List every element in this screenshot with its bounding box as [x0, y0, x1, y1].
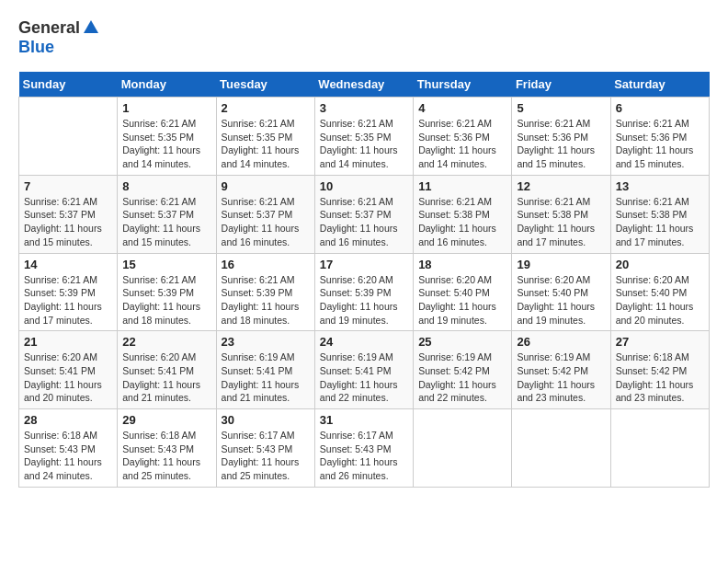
day-number: 19: [517, 258, 605, 271]
calendar-cell: 28Sunrise: 6:18 AM Sunset: 5:43 PM Dayli…: [19, 409, 118, 488]
day-info: Sunrise: 6:20 AM Sunset: 5:40 PM Dayligh…: [616, 273, 704, 327]
day-info: Sunrise: 6:20 AM Sunset: 5:39 PM Dayligh…: [320, 273, 408, 327]
day-number: 9: [222, 179, 310, 193]
logo-general: General: [18, 18, 80, 38]
day-of-week-header: Tuesday: [216, 72, 314, 98]
day-number: 12: [517, 179, 605, 193]
day-info: Sunrise: 6:21 AM Sunset: 5:36 PM Dayligh…: [517, 117, 605, 171]
calendar-cell: 30Sunrise: 6:17 AM Sunset: 5:43 PM Dayli…: [216, 409, 314, 488]
day-of-week-header: Wednesday: [314, 72, 413, 98]
calendar-cell: 10Sunrise: 6:21 AM Sunset: 5:37 PM Dayli…: [314, 175, 413, 253]
day-info: Sunrise: 6:20 AM Sunset: 5:40 PM Dayligh…: [517, 273, 605, 327]
day-info: Sunrise: 6:21 AM Sunset: 5:37 PM Dayligh…: [24, 195, 112, 249]
day-number: 5: [517, 101, 605, 115]
calendar-cell: 31Sunrise: 6:17 AM Sunset: 5:43 PM Dayli…: [314, 409, 413, 488]
day-info: Sunrise: 6:21 AM Sunset: 5:39 PM Dayligh…: [222, 273, 310, 327]
calendar-table: SundayMondayTuesdayWednesdayThursdayFrid…: [18, 72, 710, 488]
day-info: Sunrise: 6:18 AM Sunset: 5:43 PM Dayligh…: [122, 429, 210, 483]
day-number: 11: [418, 179, 506, 193]
day-number: 15: [122, 258, 210, 271]
day-number: 21: [24, 335, 112, 349]
calendar-cell: 11Sunrise: 6:21 AM Sunset: 5:38 PM Dayli…: [414, 175, 512, 253]
svg-marker-0: [84, 20, 98, 33]
calendar-cell: 8Sunrise: 6:21 AM Sunset: 5:37 PM Daylig…: [118, 175, 216, 253]
day-info: Sunrise: 6:21 AM Sunset: 5:35 PM Dayligh…: [222, 117, 310, 171]
calendar-cell: 19Sunrise: 6:20 AM Sunset: 5:40 PM Dayli…: [512, 253, 610, 331]
day-info: Sunrise: 6:19 AM Sunset: 5:41 PM Dayligh…: [320, 350, 408, 405]
calendar-cell: 22Sunrise: 6:20 AM Sunset: 5:41 PM Dayli…: [118, 331, 216, 409]
calendar-cell: 16Sunrise: 6:21 AM Sunset: 5:39 PM Dayli…: [216, 253, 314, 331]
page-header: General Blue: [18, 18, 710, 57]
calendar-week-row: 28Sunrise: 6:18 AM Sunset: 5:43 PM Dayli…: [19, 409, 710, 488]
day-info: Sunrise: 6:21 AM Sunset: 5:36 PM Dayligh…: [616, 117, 704, 171]
calendar-cell: 12Sunrise: 6:21 AM Sunset: 5:38 PM Dayli…: [512, 175, 610, 253]
day-number: 17: [320, 258, 408, 271]
day-info: Sunrise: 6:21 AM Sunset: 5:37 PM Dayligh…: [122, 195, 210, 249]
calendar-cell: [414, 409, 512, 488]
calendar-cell: 27Sunrise: 6:18 AM Sunset: 5:42 PM Dayli…: [610, 331, 709, 409]
day-info: Sunrise: 6:21 AM Sunset: 5:36 PM Dayligh…: [418, 117, 506, 171]
logo-triangle-icon: [82, 18, 100, 37]
day-number: 26: [517, 335, 605, 349]
calendar-cell: 14Sunrise: 6:21 AM Sunset: 5:39 PM Dayli…: [19, 253, 118, 331]
day-info: Sunrise: 6:21 AM Sunset: 5:38 PM Dayligh…: [418, 195, 506, 249]
calendar-cell: [19, 98, 118, 176]
calendar-cell: 5Sunrise: 6:21 AM Sunset: 5:36 PM Daylig…: [512, 98, 610, 176]
calendar-cell: 23Sunrise: 6:19 AM Sunset: 5:41 PM Dayli…: [216, 331, 314, 409]
calendar-week-row: 14Sunrise: 6:21 AM Sunset: 5:39 PM Dayli…: [19, 253, 710, 331]
day-number: 24: [320, 335, 408, 349]
day-info: Sunrise: 6:18 AM Sunset: 5:43 PM Dayligh…: [24, 429, 112, 483]
day-info: Sunrise: 6:20 AM Sunset: 5:41 PM Dayligh…: [24, 350, 112, 405]
calendar-cell: 1Sunrise: 6:21 AM Sunset: 5:35 PM Daylig…: [118, 98, 216, 176]
calendar-week-row: 21Sunrise: 6:20 AM Sunset: 5:41 PM Dayli…: [19, 331, 710, 409]
calendar-cell: 17Sunrise: 6:20 AM Sunset: 5:39 PM Dayli…: [314, 253, 413, 331]
calendar-cell: 7Sunrise: 6:21 AM Sunset: 5:37 PM Daylig…: [19, 175, 118, 253]
day-number: 31: [320, 413, 408, 427]
day-of-week-header: Monday: [118, 72, 216, 98]
calendar-cell: 15Sunrise: 6:21 AM Sunset: 5:39 PM Dayli…: [118, 253, 216, 331]
day-info: Sunrise: 6:21 AM Sunset: 5:37 PM Dayligh…: [222, 195, 310, 249]
day-number: 29: [122, 413, 210, 427]
calendar-cell: 24Sunrise: 6:19 AM Sunset: 5:41 PM Dayli…: [314, 331, 413, 409]
logo-blue: Blue: [18, 38, 54, 56]
day-number: 3: [320, 101, 408, 115]
day-info: Sunrise: 6:19 AM Sunset: 5:42 PM Dayligh…: [517, 350, 605, 405]
day-number: 30: [222, 413, 310, 427]
day-number: 18: [418, 258, 506, 271]
day-info: Sunrise: 6:20 AM Sunset: 5:40 PM Dayligh…: [418, 273, 506, 327]
day-number: 23: [222, 335, 310, 349]
calendar-cell: [512, 409, 610, 488]
day-number: 16: [222, 258, 310, 271]
day-number: 4: [418, 101, 506, 115]
calendar-cell: 3Sunrise: 6:21 AM Sunset: 5:35 PM Daylig…: [314, 98, 413, 176]
calendar-week-row: 1Sunrise: 6:21 AM Sunset: 5:35 PM Daylig…: [19, 98, 710, 176]
calendar-week-row: 7Sunrise: 6:21 AM Sunset: 5:37 PM Daylig…: [19, 175, 710, 253]
day-info: Sunrise: 6:21 AM Sunset: 5:38 PM Dayligh…: [616, 195, 704, 249]
day-number: 20: [616, 258, 704, 271]
day-number: 2: [222, 101, 310, 115]
day-number: 27: [616, 335, 704, 349]
calendar-cell: 21Sunrise: 6:20 AM Sunset: 5:41 PM Dayli…: [19, 331, 118, 409]
day-info: Sunrise: 6:21 AM Sunset: 5:35 PM Dayligh…: [122, 117, 210, 171]
day-info: Sunrise: 6:20 AM Sunset: 5:41 PM Dayligh…: [122, 350, 210, 405]
calendar-cell: 13Sunrise: 6:21 AM Sunset: 5:38 PM Dayli…: [610, 175, 709, 253]
calendar-cell: [610, 409, 709, 488]
day-of-week-header: Friday: [512, 72, 610, 98]
calendar-cell: 26Sunrise: 6:19 AM Sunset: 5:42 PM Dayli…: [512, 331, 610, 409]
day-info: Sunrise: 6:17 AM Sunset: 5:43 PM Dayligh…: [320, 429, 408, 483]
calendar-cell: 6Sunrise: 6:21 AM Sunset: 5:36 PM Daylig…: [610, 98, 709, 176]
day-number: 14: [24, 258, 112, 271]
calendar-cell: 25Sunrise: 6:19 AM Sunset: 5:42 PM Dayli…: [414, 331, 512, 409]
day-number: 25: [418, 335, 506, 349]
day-number: 10: [320, 179, 408, 193]
day-info: Sunrise: 6:21 AM Sunset: 5:39 PM Dayligh…: [24, 273, 112, 327]
calendar-cell: 18Sunrise: 6:20 AM Sunset: 5:40 PM Dayli…: [414, 253, 512, 331]
day-number: 8: [122, 179, 210, 193]
day-number: 28: [24, 413, 112, 427]
calendar-body: 1Sunrise: 6:21 AM Sunset: 5:35 PM Daylig…: [19, 98, 710, 488]
day-info: Sunrise: 6:18 AM Sunset: 5:42 PM Dayligh…: [616, 350, 704, 405]
day-of-week-header: Thursday: [414, 72, 512, 98]
day-info: Sunrise: 6:21 AM Sunset: 5:37 PM Dayligh…: [320, 195, 408, 249]
logo: General Blue: [18, 18, 100, 57]
calendar-cell: 2Sunrise: 6:21 AM Sunset: 5:35 PM Daylig…: [216, 98, 314, 176]
